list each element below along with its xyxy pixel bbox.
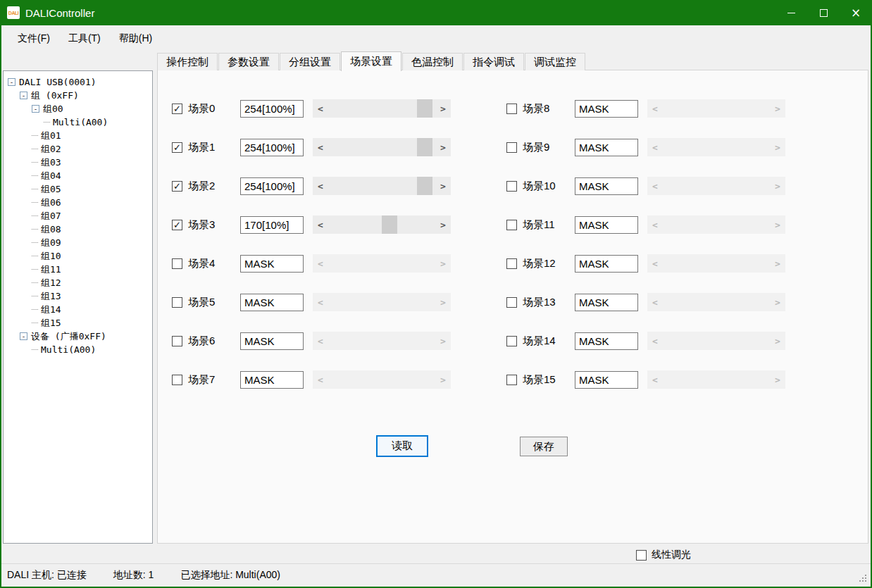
- scene0-value-field[interactable]: 254[100%]: [240, 100, 304, 118]
- scene7-value-field[interactable]: MASK: [240, 371, 304, 389]
- scene2-value-field[interactable]: 254[100%]: [240, 177, 304, 195]
- scene3-value-field[interactable]: 170[10%]: [240, 216, 304, 234]
- scrollbar-thumb[interactable]: [417, 99, 432, 118]
- scene11-value-field[interactable]: MASK: [575, 216, 638, 234]
- scene14-checkbox[interactable]: [506, 336, 517, 346]
- tree-expander-icon[interactable]: -: [8, 78, 15, 86]
- save-button[interactable]: 保存: [520, 437, 568, 456]
- scene3-checkbox[interactable]: ✓: [172, 220, 182, 230]
- scroll-left-icon[interactable]: <: [313, 99, 328, 118]
- menu-file[interactable]: 文件(F): [8, 25, 59, 51]
- scroll-right-icon[interactable]: >: [435, 138, 451, 156]
- scene5-checkbox[interactable]: [172, 297, 182, 308]
- menu-help[interactable]: 帮助(H): [110, 25, 161, 51]
- scene5-value-field[interactable]: MASK: [240, 294, 304, 311]
- linear-dimming-checkbox[interactable]: [636, 550, 647, 561]
- tree-node-multi-a00-device[interactable]: Multi(A00): [6, 343, 150, 356]
- scroll-right-icon[interactable]: >: [435, 99, 451, 118]
- scene6-value-field[interactable]: MASK: [240, 332, 304, 350]
- scrollbar-thumb[interactable]: [417, 138, 432, 156]
- scene15-value-field[interactable]: MASK: [575, 371, 638, 389]
- close-button[interactable]: ×: [840, 0, 872, 25]
- scene2-checkbox[interactable]: ✓: [172, 181, 182, 192]
- tab-operation-control[interactable]: 操作控制: [157, 53, 218, 70]
- resize-grip-icon[interactable]: [865, 580, 866, 582]
- scrollbar-thumb[interactable]: [417, 177, 432, 195]
- scene1-scrollbar[interactable]: < >: [313, 138, 451, 156]
- scene0-checkbox[interactable]: ✓: [172, 104, 182, 114]
- tab-scene-settings[interactable]: 场景设置: [341, 51, 401, 71]
- linear-dimming-label[interactable]: 线性调光: [652, 549, 691, 561]
- scroll-left-icon[interactable]: <: [313, 138, 328, 156]
- scene1-value-field[interactable]: 254[100%]: [240, 139, 304, 156]
- scene1-checkbox[interactable]: ✓: [172, 142, 182, 153]
- scene14-label[interactable]: 场景14: [523, 334, 575, 348]
- tab-parameter-settings[interactable]: 参数设置: [218, 53, 279, 70]
- tree-node-multi-a00[interactable]: Multi(A00): [6, 115, 150, 129]
- tree-node-device-broadcast[interactable]: -设备 (广播0xFF): [6, 330, 150, 343]
- tree-node-group01[interactable]: 组01: [6, 129, 150, 142]
- tree-node-group10[interactable]: 组10: [6, 249, 150, 263]
- scene12-checkbox[interactable]: [506, 258, 517, 269]
- scene13-label[interactable]: 场景13: [523, 296, 575, 309]
- tree-node-group00[interactable]: -组00: [6, 102, 150, 115]
- minimize-button[interactable]: [775, 0, 807, 25]
- tree-node-group13[interactable]: 组13: [6, 289, 150, 303]
- scene8-label[interactable]: 场景8: [523, 102, 575, 115]
- scene12-value-field[interactable]: MASK: [575, 255, 638, 273]
- tab-debug-monitor[interactable]: 调试监控: [525, 53, 585, 70]
- tree-expander-icon[interactable]: -: [20, 92, 27, 99]
- scene0-scrollbar[interactable]: < >: [313, 99, 451, 118]
- scene8-value-field[interactable]: MASK: [575, 100, 638, 118]
- scene3-scrollbar[interactable]: < >: [313, 215, 451, 234]
- scene6-checkbox[interactable]: [172, 336, 182, 346]
- scene2-label[interactable]: 场景2: [188, 180, 240, 193]
- scene9-label[interactable]: 场景9: [523, 141, 575, 154]
- maximize-button[interactable]: [807, 0, 840, 25]
- scene10-value-field[interactable]: MASK: [575, 177, 638, 195]
- scene14-value-field[interactable]: MASK: [575, 332, 638, 350]
- tree-node-group12[interactable]: 组12: [6, 276, 150, 289]
- scene11-checkbox[interactable]: [506, 220, 517, 230]
- scene15-label[interactable]: 场景15: [523, 373, 575, 387]
- scene3-label[interactable]: 场景3: [188, 218, 240, 232]
- scene15-checkbox[interactable]: [506, 375, 517, 385]
- tree-node-group07[interactable]: 组07: [6, 209, 150, 223]
- tree-node-group04[interactable]: 组04: [6, 169, 150, 182]
- tab-group-settings[interactable]: 分组设置: [280, 53, 340, 70]
- tree-node-group03[interactable]: 组03: [6, 156, 150, 169]
- scene4-value-field[interactable]: MASK: [240, 255, 304, 273]
- tree-node-group14[interactable]: 组14: [6, 303, 150, 316]
- tree-node-group15[interactable]: 组15: [6, 316, 150, 330]
- tree-node-group-0xff[interactable]: -组 (0xFF): [6, 89, 150, 102]
- scene11-label[interactable]: 场景11: [523, 218, 575, 232]
- scene13-checkbox[interactable]: [506, 297, 517, 308]
- scene2-scrollbar[interactable]: < >: [313, 177, 451, 195]
- scene5-label[interactable]: 场景5: [188, 296, 240, 309]
- menu-tools[interactable]: 工具(T): [59, 25, 110, 51]
- scene1-label[interactable]: 场景1: [188, 141, 240, 154]
- scene10-checkbox[interactable]: [506, 181, 517, 192]
- scroll-left-icon[interactable]: <: [313, 177, 328, 195]
- scene7-checkbox[interactable]: [172, 375, 182, 385]
- scene4-checkbox[interactable]: [172, 258, 182, 269]
- scene9-checkbox[interactable]: [506, 142, 517, 153]
- tree-node-group11[interactable]: 组11: [6, 263, 150, 276]
- scene0-label[interactable]: 场景0: [188, 102, 240, 115]
- tree-node-group09[interactable]: 组09: [6, 236, 150, 249]
- scroll-left-icon[interactable]: <: [313, 215, 328, 234]
- scene12-label[interactable]: 场景12: [523, 257, 575, 270]
- tab-color-temp-control[interactable]: 色温控制: [402, 53, 463, 70]
- tab-command-debug[interactable]: 指令调试: [463, 53, 524, 70]
- tree-expander-icon[interactable]: -: [32, 105, 39, 113]
- read-button[interactable]: 读取: [376, 435, 428, 457]
- tree-expander-icon[interactable]: -: [20, 332, 27, 340]
- scene4-label[interactable]: 场景4: [188, 257, 240, 270]
- scene10-label[interactable]: 场景10: [523, 180, 575, 193]
- scrollbar-thumb[interactable]: [382, 215, 397, 234]
- scene9-value-field[interactable]: MASK: [575, 139, 638, 156]
- tree-node-group08[interactable]: 组08: [6, 223, 150, 236]
- scene13-value-field[interactable]: MASK: [575, 294, 638, 311]
- tree-node-dali-usb[interactable]: -DALI USB(0001): [6, 75, 150, 89]
- scroll-right-icon[interactable]: >: [435, 215, 451, 234]
